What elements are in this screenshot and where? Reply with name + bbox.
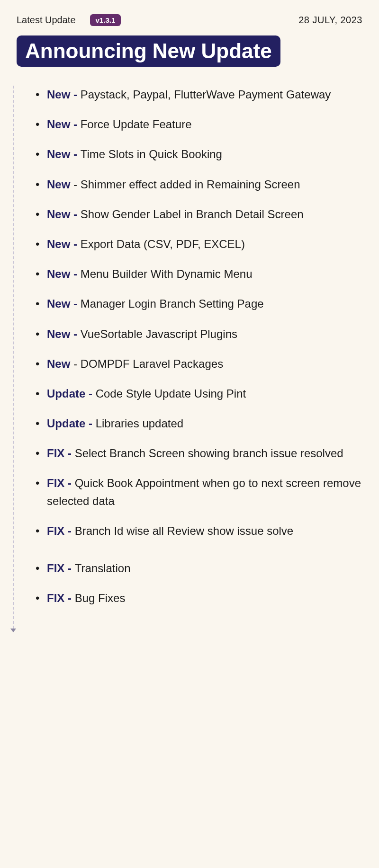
- item-tag: FIX -: [47, 477, 75, 489]
- item-tag: New -: [47, 88, 81, 101]
- latest-update-label: Latest Update: [17, 15, 76, 26]
- item-tag: FIX -: [47, 447, 75, 460]
- list-item: FIX - Quick Book Appointment when go to …: [36, 474, 362, 509]
- item-text: Quick Book Appointment when go to next s…: [47, 477, 361, 507]
- item-text: Menu Builder With Dynamic Menu: [81, 267, 253, 280]
- header-left: Latest Update v1.3.1: [17, 14, 121, 26]
- item-text: Bug Fixes: [75, 592, 126, 604]
- item-tag: New -: [47, 148, 81, 160]
- list-item: New - Manager Login Branch Setting Page: [36, 295, 362, 312]
- item-text: Force Update Feature: [81, 118, 192, 131]
- list-item: FIX - Bug Fixes: [36, 589, 362, 607]
- list-item: New - Paystack, Paypal, FlutterWave Paym…: [36, 86, 362, 103]
- item-text: Time Slots in Quick Booking: [81, 148, 222, 160]
- item-text: Select Branch Screen showing branch issu…: [75, 447, 343, 460]
- item-text: Export Data (CSV, PDF, EXCEL): [81, 238, 245, 250]
- item-text: - DOMPDF Laravel Packages: [70, 357, 223, 370]
- item-text: Code Style Update Using Pint: [96, 387, 246, 400]
- list-item: New - Force Update Feature: [36, 115, 362, 133]
- page-title: Announcing New Update: [17, 35, 280, 67]
- list-item: FIX - Translation: [36, 559, 362, 577]
- changelog-wrapper: New - Paystack, Paypal, FlutterWave Paym…: [13, 86, 362, 629]
- list-item: New - Time Slots in Quick Booking: [36, 145, 362, 163]
- item-tag: New -: [47, 328, 81, 340]
- item-tag: Update -: [47, 417, 96, 430]
- item-text: Branch Id wise all Review show issue sol…: [75, 524, 294, 537]
- item-tag: New -: [47, 297, 81, 310]
- item-tag: New -: [47, 238, 81, 250]
- item-tag: New: [47, 178, 70, 191]
- item-text: - Shimmer effect added in Remaining Scre…: [70, 178, 300, 191]
- list-item: New - Menu Builder With Dynamic Menu: [36, 265, 362, 283]
- release-date: 28 JULY, 2023: [298, 15, 362, 26]
- item-tag: New -: [47, 267, 81, 280]
- list-item: Update - Libraries updated: [36, 415, 362, 432]
- item-tag: New -: [47, 208, 81, 221]
- item-tag: FIX -: [47, 562, 75, 575]
- header-row: Latest Update v1.3.1 28 JULY, 2023: [17, 14, 362, 26]
- item-tag: FIX -: [47, 524, 75, 537]
- item-tag: FIX -: [47, 592, 75, 604]
- item-tag: New: [47, 357, 70, 370]
- list-item: Update - Code Style Update Using Pint: [36, 385, 362, 402]
- item-text: Show Gender Label in Branch Detail Scree…: [81, 208, 304, 221]
- item-text: Libraries updated: [96, 417, 183, 430]
- changelog-list: New - Paystack, Paypal, FlutterWave Paym…: [22, 86, 362, 607]
- list-item: New - Shimmer effect added in Remaining …: [36, 176, 362, 193]
- version-badge: v1.3.1: [90, 14, 121, 26]
- list-item: New - VueSortable Javascript Plugins: [36, 325, 362, 343]
- list-item: New - Show Gender Label in Branch Detail…: [36, 205, 362, 223]
- list-item: FIX - Branch Id wise all Review show iss…: [36, 522, 362, 540]
- item-text: Manager Login Branch Setting Page: [81, 297, 264, 310]
- item-tag: New -: [47, 118, 81, 131]
- item-tag: Update -: [47, 387, 96, 400]
- item-text: Translation: [75, 562, 131, 575]
- item-text: Paystack, Paypal, FlutterWave Payment Ga…: [81, 88, 331, 101]
- list-item: New - Export Data (CSV, PDF, EXCEL): [36, 235, 362, 253]
- item-text: VueSortable Javascript Plugins: [81, 328, 237, 340]
- list-item: New - DOMPDF Laravel Packages: [36, 355, 362, 372]
- list-item: FIX - Select Branch Screen showing branc…: [36, 444, 362, 462]
